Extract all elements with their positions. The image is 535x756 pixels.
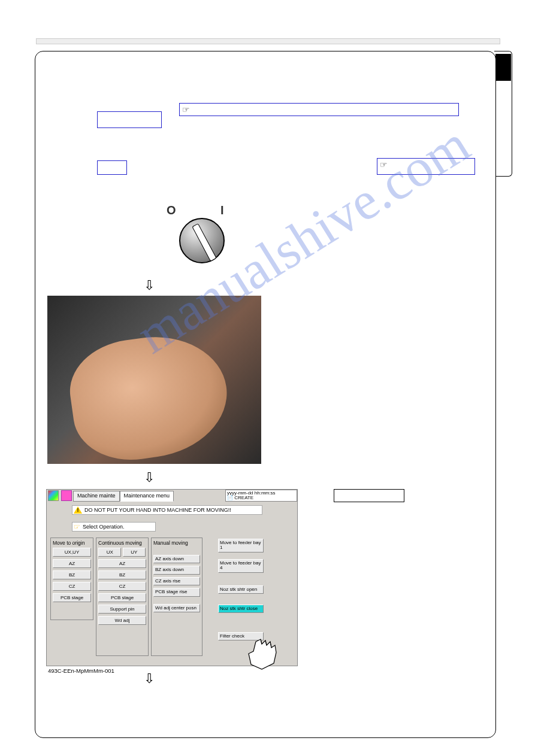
cont-cz-button[interactable]: CZ	[98, 582, 146, 591]
callout-box-wide-1: ☞	[179, 103, 459, 116]
callout-box-button-1	[97, 111, 162, 128]
noz-stk-shtr-open-button[interactable]: Noz stk shtr open	[218, 585, 264, 594]
side-tab-marker	[495, 54, 511, 81]
pointer-icon: ☞	[380, 160, 388, 169]
flow-arrow-down-icon: ⇩	[140, 470, 158, 485]
panel-move-to-origin: Move to origin UX,UY AZ BZ CZ PCB stage	[50, 538, 93, 620]
content-frame: ☞ ☞ O I ⇩ ⇩ Machine mainte Maintenance m…	[35, 51, 496, 738]
app-icon-2	[61, 490, 72, 501]
tab-machine-mainte[interactable]: Machine mainte	[73, 491, 120, 502]
hand-adjusting-nozzle-photo	[47, 296, 261, 464]
callout-box-wide-2: ☞	[377, 158, 475, 175]
cont-az-button[interactable]: AZ	[98, 559, 146, 568]
cont-bz-button[interactable]: BZ	[98, 570, 146, 579]
app-icon-1	[48, 490, 59, 501]
cont-pcb-stage-button[interactable]: PCB stage	[98, 593, 146, 602]
origin-bz-button[interactable]: BZ	[53, 570, 91, 579]
panel-title: Continuous moving	[98, 540, 146, 546]
move-feeder-bay-4-button[interactable]: Move to feeder bay 4	[218, 559, 264, 573]
knob-on-label: I	[220, 204, 224, 217]
cont-wd-adj-button[interactable]: Wd adj	[98, 616, 146, 625]
hand-shape	[64, 327, 234, 464]
flow-arrow-down-icon: ⇩	[140, 671, 158, 687]
warning-triangle-icon: !	[74, 506, 82, 514]
tab-maintenance-menu[interactable]: Maintenance menu	[120, 491, 174, 502]
manual-cz-rise-button[interactable]: CZ axis rise	[153, 577, 200, 585]
panel-title: Move to origin	[53, 540, 91, 546]
cursor-clicking-hand-icon	[244, 636, 292, 673]
cont-uy-button[interactable]: UY	[123, 548, 146, 557]
callout-box-button-2	[97, 160, 127, 175]
manual-bz-down-button[interactable]: BZ axis down	[153, 566, 200, 574]
rotary-knob-icon	[179, 218, 225, 263]
origin-pcb-stage-button[interactable]: PCB stage	[53, 593, 91, 602]
origin-cz-button[interactable]: CZ	[53, 582, 91, 591]
manual-wd-adj-center-button[interactable]: Wd adj center posn	[153, 604, 200, 612]
warning-banner: ! DO NOT PUT YOUR HAND INTO MACHINE FOR …	[72, 505, 262, 515]
knob-off-label: O	[167, 204, 176, 217]
panel-continuous-moving: Continuous moving UX UY AZ BZ CZ PCB sta…	[96, 538, 149, 656]
warning-text: DO NOT PUT YOUR HAND INTO MACHINE FOR MO…	[84, 507, 231, 513]
panel-manual-moving: Manual moving AZ axis down BZ axis down …	[151, 538, 202, 656]
pointing-hand-icon: ☞	[74, 523, 80, 531]
move-feeder-bay-1-button[interactable]: Move to feeder bay 1	[218, 539, 264, 552]
screenshot-footer-code: 493C-EEn-MpMmMm-001	[48, 667, 114, 674]
flow-arrow-down-icon: ⇩	[140, 278, 158, 293]
manual-az-down-button[interactable]: AZ axis down	[153, 555, 200, 563]
pointer-icon: ☞	[182, 105, 190, 114]
page-header-bar	[36, 38, 500, 44]
panel-title: Manual moving	[153, 540, 200, 546]
prompt-banner: ☞ Select Operation.	[72, 522, 156, 532]
cont-ux-button[interactable]: UX	[98, 548, 121, 557]
mode-label: CREATE	[234, 495, 253, 500]
callout-box-right	[334, 489, 404, 502]
timestamp-panel: yyyy-mm-dd hh:mm:ss 📄 CREATE	[225, 490, 297, 502]
origin-az-button[interactable]: AZ	[53, 559, 91, 568]
prompt-text: Select Operation.	[83, 524, 125, 530]
manual-pcb-rise-button[interactable]: PCB stage rise	[153, 588, 200, 596]
origin-ux-uy-button[interactable]: UX,UY	[53, 548, 91, 557]
noz-stk-shtr-close-button[interactable]: Noz stk shtr close	[218, 605, 264, 613]
cont-support-pin-button[interactable]: Support pin	[98, 605, 146, 614]
